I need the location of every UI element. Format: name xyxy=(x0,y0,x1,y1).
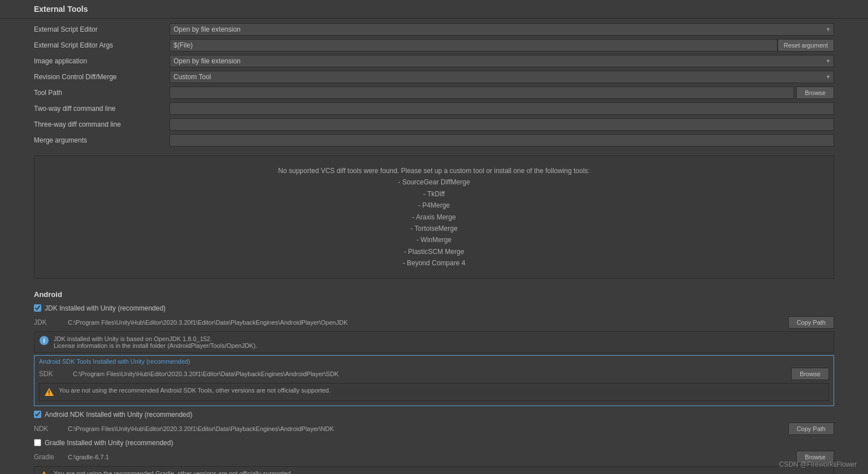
merge-arguments-control xyxy=(170,134,834,146)
jdk-info-text: JDK installed with Unity is based on Ope… xyxy=(54,335,257,349)
external-script-editor-args-row: External Script Editor Args Reset argume… xyxy=(34,38,834,53)
vcs-info-box: No supported VCS diff tools were found. … xyxy=(34,156,834,279)
vcs-tool-item: - P4Merge xyxy=(44,200,824,211)
jdk-check-label: JDK Installed with Unity (recommended) xyxy=(45,304,166,312)
android-title: Android xyxy=(34,290,834,299)
tool-path-browse-button[interactable]: Browse xyxy=(796,87,834,99)
gradle-checkbox[interactable] xyxy=(34,439,41,446)
tool-path-label: Tool Path xyxy=(34,89,170,97)
gradle-path-value: C:\gradle-6.7.1 xyxy=(68,454,794,460)
gradle-path-row: Gradle C:\gradle-6.7.1 Browse xyxy=(34,450,834,464)
vcs-tool-item: - PlasticSCM Merge xyxy=(44,246,824,257)
revision-control-select[interactable]: Custom Tool xyxy=(170,71,834,83)
gradle-check-row: Gradle Installed with Unity (recommended… xyxy=(34,437,834,449)
footer-note: CSDN @FireworksFlower xyxy=(779,460,857,468)
reset-argument-button[interactable]: Reset argument xyxy=(778,39,834,51)
sdk-warning-box: ! You are not using the recommended Andr… xyxy=(39,383,829,401)
sdk-key: SDK xyxy=(39,370,73,378)
jdk-copy-path-button[interactable]: Copy Path xyxy=(788,316,834,329)
merge-arguments-label: Merge arguments xyxy=(34,136,170,144)
sdk-warning-icon: ! xyxy=(44,387,54,397)
gradle-warning-icon: ! xyxy=(39,470,49,474)
image-application-select-wrapper: Open by file extension xyxy=(170,55,834,67)
ndk-key: NDK xyxy=(34,425,68,433)
image-application-control: Open by file extension xyxy=(170,55,834,67)
jdk-path-value: C:\Program Files\Unity\Hub\Editor\2020.3… xyxy=(68,319,786,326)
revision-control-row: Revision Control Diff/Merge Custom Tool xyxy=(34,70,834,84)
vcs-tool-item: - TortoiseMerge xyxy=(44,223,824,234)
external-script-editor-select[interactable]: Open by file extension xyxy=(170,23,834,36)
revision-control-label: Revision Control Diff/Merge xyxy=(34,73,170,81)
three-way-diff-control xyxy=(170,118,834,131)
revision-control-select-wrapper: Custom Tool xyxy=(170,71,834,83)
three-way-diff-input[interactable] xyxy=(170,118,834,131)
two-way-diff-input[interactable] xyxy=(170,102,834,115)
section-title: External Tools xyxy=(0,0,868,19)
jdk-checkbox[interactable] xyxy=(34,304,41,312)
image-application-row: Image application Open by file extension xyxy=(34,54,834,68)
vcs-tool-item: - SourceGear DiffMerge xyxy=(44,176,824,188)
vcs-tool-item: - Beyond Compare 4 xyxy=(44,257,824,269)
main-container: External Tools External Script Editor Op… xyxy=(0,0,868,474)
vcs-tool-item: - WinMerge xyxy=(44,234,824,245)
two-way-diff-row: Two-way diff command line xyxy=(34,101,834,116)
jdk-path-row: JDK C:\Program Files\Unity\Hub\Editor\20… xyxy=(34,316,834,329)
svg-text:i: i xyxy=(43,337,45,344)
ndk-check-row: Android NDK Installed with Unity (recomm… xyxy=(34,408,834,421)
external-script-editor-args-control: Reset argument xyxy=(170,39,834,51)
sdk-path-value: C:\Program Files\Unity\Hub\Editor\2020.3… xyxy=(73,370,789,377)
jdk-info-box: i JDK installed with Unity is based on O… xyxy=(34,331,834,353)
ndk-copy-path-button[interactable]: Copy Path xyxy=(788,423,834,435)
gradle-warning-box: ! You are not using the recommended Grad… xyxy=(34,466,834,474)
external-script-editor-args-input[interactable] xyxy=(170,39,778,51)
sdk-section-border: Android SDK Tools Installed with Unity (… xyxy=(34,355,834,406)
three-way-diff-row: Three-way diff command line xyxy=(34,117,834,132)
image-application-select[interactable]: Open by file extension xyxy=(170,55,834,67)
svg-text:!: ! xyxy=(48,390,50,396)
tool-path-control: Browse xyxy=(170,87,834,99)
sdk-border-label: Android SDK Tools Installed with Unity (… xyxy=(39,358,834,365)
three-way-diff-label: Three-way diff command line xyxy=(34,120,170,128)
two-way-diff-control xyxy=(170,102,834,115)
jdk-check-row: JDK Installed with Unity (recommended) xyxy=(34,302,834,314)
external-script-editor-label: External Script Editor xyxy=(34,25,170,33)
ndk-path-row: NDK C:\Program Files\Unity\Hub\Editor\20… xyxy=(34,422,834,436)
two-way-diff-label: Two-way diff command line xyxy=(34,105,170,113)
settings-area: External Script Editor Open by file exte… xyxy=(0,19,868,152)
jdk-key: JDK xyxy=(34,318,68,326)
vcs-tool-item: - TkDiff xyxy=(44,188,824,200)
merge-arguments-row: Merge arguments xyxy=(34,133,834,148)
image-application-label: Image application xyxy=(34,57,170,65)
gradle-warning-text: You are not using the recommended Gradle… xyxy=(54,470,293,474)
merge-arguments-input[interactable] xyxy=(170,134,834,146)
ndk-path-value: C:\Program Files\Unity\Hub\Editor\2020.3… xyxy=(68,425,786,432)
vcs-info-line1: No supported VCS diff tools were found. … xyxy=(44,165,824,176)
tool-path-row: Tool Path Browse xyxy=(34,85,834,100)
ndk-check-label: Android NDK Installed with Unity (recomm… xyxy=(45,411,192,419)
external-script-editor-row: External Script Editor Open by file exte… xyxy=(34,22,834,37)
vcs-tools-list: - SourceGear DiffMerge- TkDiff- P4Merge-… xyxy=(44,176,824,269)
vcs-tool-item: - Araxis Merge xyxy=(44,212,824,223)
ndk-checkbox[interactable] xyxy=(34,411,41,418)
external-script-editor-args-label: External Script Editor Args xyxy=(34,41,170,49)
jdk-info-line1: JDK installed with Unity is based on Ope… xyxy=(54,335,257,342)
sdk-path-row: SDK C:\Program Files\Unity\Hub\Editor\20… xyxy=(34,367,834,381)
android-section: Android JDK Installed with Unity (recomm… xyxy=(0,282,868,474)
external-script-editor-control: Open by file extension xyxy=(170,23,834,36)
gradle-key: Gradle xyxy=(34,453,68,461)
gradle-check-label: Gradle Installed with Unity (recommended… xyxy=(45,439,173,447)
sdk-browse-button[interactable]: Browse xyxy=(791,368,829,380)
external-script-editor-select-wrapper: Open by file extension xyxy=(170,23,834,36)
tool-path-input[interactable] xyxy=(170,87,794,99)
jdk-info-line2: License information is in the install fo… xyxy=(54,342,257,349)
revision-control-control: Custom Tool xyxy=(170,71,834,83)
info-icon: i xyxy=(39,335,49,346)
sdk-warning-text: You are not using the recommended Androi… xyxy=(59,387,331,394)
